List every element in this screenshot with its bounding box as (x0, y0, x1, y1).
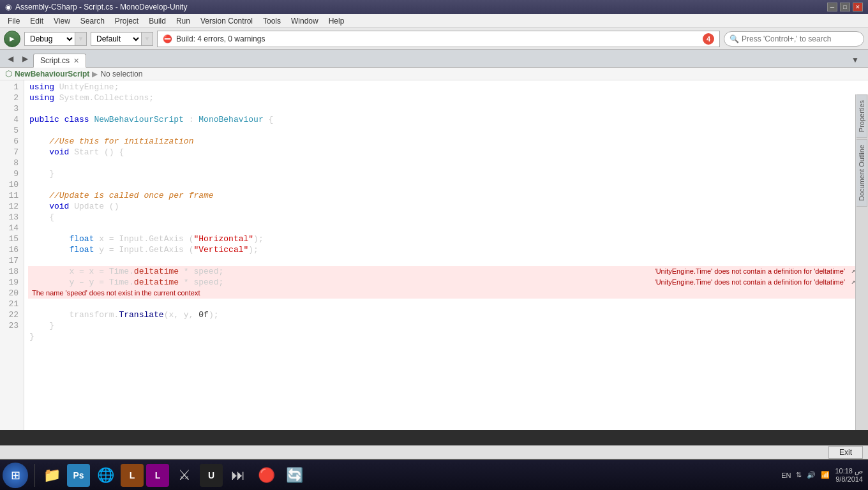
taskbar-icon-app2[interactable]: L (146, 464, 169, 487)
code-line-9: } (28, 168, 864, 179)
code-line-12: void Update () (28, 201, 864, 212)
taskbar-icon-folder[interactable]: 📁 (39, 463, 64, 488)
code-line-14 (28, 223, 864, 234)
breadcrumb-class[interactable]: NewBehaviourScript (15, 70, 89, 78)
taskbar-speaker-icon: 🔊 (807, 471, 816, 479)
status-bar: Exit (0, 445, 868, 459)
tab-dropdown[interactable]: ▼ (846, 53, 864, 67)
menu-help[interactable]: Help (324, 15, 350, 27)
tab-script-cs[interactable]: Script.cs ✕ (33, 54, 86, 68)
taskbar-icon-app1[interactable]: L (121, 464, 144, 487)
code-line-10 (28, 179, 864, 190)
menu-bar: File Edit View Search Project Build Run … (0, 14, 868, 28)
taskbar-icon-app4[interactable]: ⏭ (225, 463, 251, 488)
breadcrumb-icon: ⬡ (5, 69, 12, 78)
code-line-17 (28, 255, 864, 266)
code-line-23: } (28, 331, 864, 342)
error-tooltip-19a: 'UnityEngine.Time' does not contain a de… (655, 277, 845, 288)
title-bar: ◉ Assembly-CSharp - Script.cs - MonoDeve… (0, 0, 868, 14)
maximize-button[interactable]: □ (840, 3, 850, 11)
platform-dropdown[interactable]: Default (91, 32, 142, 46)
taskbar-icon-app6[interactable]: 🔄 (281, 463, 307, 488)
taskbar-icon-chrome[interactable]: 🌐 (93, 463, 118, 488)
code-line-21: transform.Translate(x, y, 0f); (28, 309, 864, 320)
taskbar-icon-app3[interactable]: ⚔ (172, 463, 197, 488)
tab-close-button[interactable]: ✕ (73, 57, 79, 65)
menu-tools[interactable]: Tools (258, 15, 286, 27)
taskbar-network-icon: 📶 (821, 471, 830, 479)
taskbar-icon-app5[interactable]: 🔴 (253, 463, 279, 488)
code-line-16: float y = Input.GetAxis ("Verticcal"); (28, 244, 864, 255)
taskbar-lang: EN (781, 471, 791, 479)
code-line-7: void Start () { (28, 147, 864, 158)
side-panel: Properties Document Outline (855, 94, 868, 430)
config-selector: Debug ▼ (24, 32, 87, 46)
app-icon: ◉ (5, 3, 11, 11)
code-editor[interactable]: using UnityEngine; using System.Collecti… (24, 80, 868, 430)
code-line-8 (28, 158, 864, 168)
code-line-3 (28, 103, 864, 114)
build-status-text: Build: 4 errors, 0 warnings (176, 34, 265, 43)
code-line-20 (28, 299, 864, 309)
menu-build[interactable]: Build (144, 15, 171, 27)
build-status-bar: ⛔ Build: 4 errors, 0 warnings 4 (157, 31, 720, 47)
taskbar-time-display: 10:18 ص (835, 467, 863, 475)
code-line-22: } (28, 320, 864, 331)
menu-versioncontrol[interactable]: Version Control (195, 15, 258, 27)
play-button[interactable]: ▶ (4, 31, 20, 47)
taskbar-right: EN ⇅ 🔊 📶 10:18 ص 9/8/2014 (781, 467, 865, 483)
taskbar-clock: 10:18 ص 9/8/2014 (835, 467, 863, 483)
code-line-18-container: x = x = Time.deltatime * speed; 'UnityEn… (28, 266, 864, 277)
menu-edit[interactable]: Edit (25, 15, 49, 27)
code-line-6: //Use this for initialization (28, 136, 864, 147)
config-dropdown[interactable]: Debug (24, 32, 75, 46)
breadcrumb-selection[interactable]: No selection (100, 70, 142, 78)
exit-button[interactable]: Exit (828, 446, 863, 459)
menu-search[interactable]: Search (75, 15, 110, 27)
taskbar: ⊞ 📁 Ps 🌐 L L ⚔ U ⏭ 🔴 🔄 EN ⇅ 🔊 📶 10:18 ص … (0, 459, 868, 490)
menu-view[interactable]: View (49, 15, 75, 27)
menu-window[interactable]: Window (286, 15, 324, 27)
title-bar-left: ◉ Assembly-CSharp - Script.cs - MonoDeve… (5, 3, 187, 11)
toolbar: ▶ Debug ▼ Default ▼ ⛔ Build: 4 errors, 0… (0, 28, 868, 50)
code-line-1: using UnityEngine; (28, 82, 864, 93)
taskbar-icon-unity[interactable]: U (200, 464, 223, 487)
error-count-badge: 4 (703, 33, 714, 45)
error-tooltip-19b: The name 'speed' does not exist in the c… (28, 288, 864, 299)
search-input[interactable] (742, 34, 857, 43)
editor-container: 12345 678910 1112131415 1617181920 21222… (0, 80, 868, 430)
taskbar-separator-1 (34, 464, 35, 487)
error-tooltip-18: 'UnityEngine.Time' does not contain a de… (655, 266, 845, 277)
error-icon-18: ↗ (851, 266, 855, 277)
code-line-2: using System.Collections; (28, 93, 864, 103)
global-search-box[interactable]: 🔍 (724, 31, 864, 47)
line-numbers: 12345 678910 1112131415 1617181920 21222… (0, 80, 24, 430)
search-icon: 🔍 (730, 34, 739, 43)
taskbar-icon-photoshop[interactable]: Ps (67, 464, 90, 487)
build-error-icon: ⛔ (163, 34, 172, 43)
menu-run[interactable]: Run (171, 15, 195, 27)
tab-bar: ◀ ▶ Script.cs ✕ ▼ (0, 50, 868, 68)
code-line-5 (28, 125, 864, 136)
menu-file[interactable]: File (3, 15, 25, 27)
start-button[interactable]: ⊞ (3, 463, 28, 488)
tab-nav-prev[interactable]: ◀ (4, 52, 17, 66)
code-line-13: { (28, 212, 864, 223)
tab-nav-next[interactable]: ▶ (19, 52, 32, 66)
title-bar-controls: ─ □ ✕ (827, 3, 863, 11)
menu-project[interactable]: Project (110, 15, 144, 27)
platform-selector: Default ▼ (91, 32, 153, 46)
side-tab-document-outline[interactable]: Document Outline (857, 139, 867, 207)
window-title: Assembly-CSharp - Script.cs - MonoDevelo… (15, 3, 187, 11)
platform-dropdown-arrow[interactable]: ▼ (142, 32, 153, 46)
error-icon-19: ↗ (851, 277, 855, 288)
taskbar-date-display: 9/8/2014 (835, 475, 863, 483)
code-line-11: //Update is called once per frame (28, 190, 864, 201)
close-button[interactable]: ✕ (853, 3, 863, 11)
code-line-4: public class NewBehaviourScript : MonoBe… (28, 114, 864, 125)
minimize-button[interactable]: ─ (827, 3, 837, 11)
breadcrumb-separator: ▶ (92, 70, 98, 78)
config-dropdown-arrow[interactable]: ▼ (75, 32, 87, 46)
side-tab-properties[interactable]: Properties (857, 94, 867, 138)
tab-label: Script.cs (40, 56, 70, 65)
